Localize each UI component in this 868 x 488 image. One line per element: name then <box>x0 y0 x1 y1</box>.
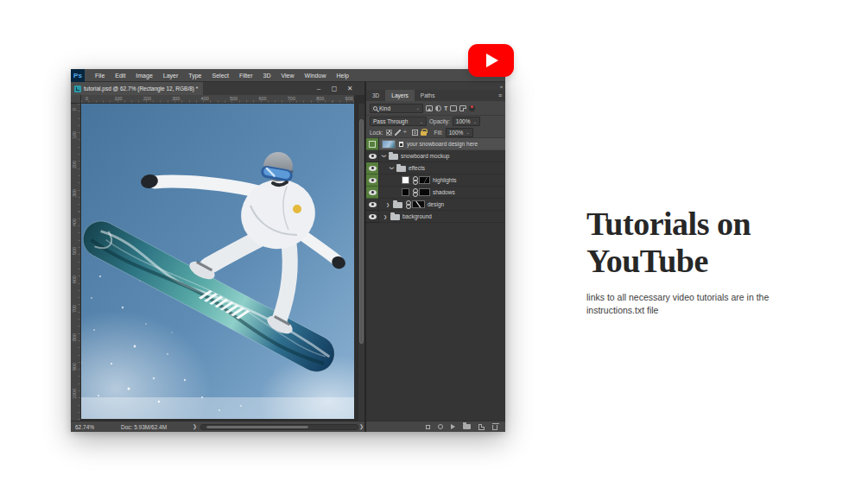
opacity-select[interactable]: 100% ⌄ <box>453 117 480 126</box>
filter-smart-objects-icon[interactable] <box>459 105 466 111</box>
layer-row[interactable]: ❯ design <box>366 199 505 211</box>
lock-pixels-icon[interactable] <box>395 130 401 136</box>
hero-title: Tutorials on YouTube <box>586 206 802 279</box>
menu-item-edit[interactable]: Edit <box>110 73 130 79</box>
layer-thumbnail[interactable] <box>382 140 396 149</box>
add-layer-mask-icon[interactable] <box>438 424 443 429</box>
menu-item-filter[interactable]: Filter <box>234 73 258 79</box>
status-expander-icon[interactable]: ❯ <box>193 423 197 429</box>
horizontal-scrollbar-thumb[interactable] <box>206 426 308 428</box>
menu-item-layer[interactable]: Layer <box>158 73 184 79</box>
ruler-corner <box>71 95 81 104</box>
menu-item-3d[interactable]: 3D <box>258 73 276 79</box>
filter-kind-select[interactable]: Kind ⌄ <box>370 104 423 113</box>
zoom-level[interactable]: 62.74% <box>75 424 94 430</box>
lock-label: Lock: <box>370 130 383 136</box>
menu-item-file[interactable]: File <box>90 73 110 79</box>
menu-item-image[interactable]: Image <box>130 73 157 79</box>
layer-row[interactable]: ❯ effects <box>366 162 505 174</box>
tab-3d[interactable]: 3D <box>366 90 385 101</box>
layer-name[interactable]: design <box>428 201 444 207</box>
close-button[interactable]: ✕ <box>344 85 356 92</box>
layer-style-icon[interactable] <box>451 424 455 429</box>
opacity-value: 100% <box>456 118 471 124</box>
new-group-icon[interactable] <box>463 424 471 429</box>
menubar: Ps FileEditImageLayerTypeSelectFilter3DV… <box>71 69 505 82</box>
document-size-info: Doc: 5.93M/62.4M <box>121 424 167 430</box>
layer-row[interactable]: highlights <box>366 174 505 187</box>
ruler-mark-500: 500 <box>72 247 77 255</box>
filter-toggle-icon[interactable] <box>469 105 475 111</box>
chevron-down-icon[interactable]: ❯ <box>382 154 387 158</box>
visibility-toggle[interactable] <box>366 150 379 162</box>
layer-row[interactable]: shadows <box>366 187 505 199</box>
blend-mode-value: Pass Through <box>373 118 408 124</box>
layer-mask-thumbnail[interactable] <box>419 188 430 196</box>
chevron-down-icon[interactable]: ❯ <box>390 166 395 170</box>
menu-item-view[interactable]: View <box>276 73 300 79</box>
menu-item-type[interactable]: Type <box>183 73 206 79</box>
menu-item-select[interactable]: Select <box>207 73 234 79</box>
vertical-scrollbar[interactable] <box>358 104 364 421</box>
fill-select[interactable]: 100% ⌄ <box>446 128 473 137</box>
filter-shape-layers-icon[interactable] <box>450 105 457 111</box>
layer-thumbnail[interactable] <box>402 176 409 184</box>
layer-filter-row: Kind ⌄ T <box>366 101 505 116</box>
visibility-toggle[interactable] <box>366 199 379 211</box>
visibility-toggle[interactable] <box>366 138 379 150</box>
youtube-logo[interactable] <box>468 44 514 77</box>
eye-icon <box>369 202 377 207</box>
ruler-mark-200: 200 <box>72 161 77 168</box>
link-layers-icon[interactable] <box>426 425 430 429</box>
visibility-toggle[interactable] <box>366 174 379 187</box>
visibility-toggle[interactable] <box>366 211 379 223</box>
maximize-button[interactable]: ◻ <box>328 85 340 92</box>
collapse-panels-icon[interactable]: » <box>500 84 502 89</box>
mask-link-icon[interactable] <box>405 200 409 208</box>
mask-link-icon[interactable] <box>412 176 416 184</box>
lock-transparency-icon[interactable] <box>386 130 392 136</box>
mask-link-icon[interactable] <box>412 188 416 196</box>
minimize-button[interactable]: – <box>313 85 325 92</box>
filter-pixel-layers-icon[interactable] <box>426 105 433 111</box>
horizontal-ruler: 0100200300400500600700800900 <box>81 95 354 104</box>
layer-name[interactable]: snowboard mockup <box>401 153 449 159</box>
tab-layers[interactable]: Layers <box>385 90 415 101</box>
layer-name[interactable]: shadows <box>433 189 455 195</box>
layer-thumbnail[interactable] <box>402 188 409 196</box>
layer-row[interactable]: ❯ snowboard mockup <box>366 150 505 162</box>
horizontal-scrollbar[interactable] <box>200 424 358 430</box>
document-tab[interactable]: tutorial.psd @ 62.7% (Rectangle 12, RGB/… <box>71 82 203 95</box>
chevron-right-icon[interactable]: ❯ <box>383 214 388 219</box>
layer-name[interactable]: highlights <box>433 177 456 183</box>
blend-mode-select[interactable]: Pass Through ⌄ <box>370 117 427 126</box>
layer-name[interactable]: effects <box>409 165 425 171</box>
layer-name[interactable]: background <box>402 213 432 219</box>
new-layer-icon[interactable] <box>478 424 485 430</box>
menu-item-window[interactable]: Window <box>300 73 332 79</box>
visibility-toggle[interactable] <box>366 187 379 199</box>
status-bar: 62.74% Doc: 5.93M/62.4M ❯ ❯ <box>71 421 364 432</box>
youtube-play-icon <box>486 54 498 67</box>
layer-mask-thumbnail[interactable] <box>412 200 425 208</box>
visibility-toggle[interactable] <box>366 162 379 174</box>
layer-mask-thumbnail[interactable] <box>419 176 430 184</box>
layer-name[interactable]: your snowboard design here <box>407 141 478 147</box>
scroll-right-icon[interactable]: ❯ <box>359 423 364 429</box>
viewport: 0100200300400500600700800900 01002003004… <box>71 95 364 421</box>
chevron-right-icon[interactable]: ❯ <box>386 202 390 207</box>
lock-all-icon[interactable] <box>421 129 427 136</box>
tab-paths[interactable]: Paths <box>415 90 441 101</box>
panel-menu-icon[interactable]: ≡ <box>498 90 505 101</box>
menu-item-help[interactable]: Help <box>331 73 353 79</box>
lock-position-icon[interactable] <box>403 130 409 136</box>
canvas[interactable] <box>81 104 354 419</box>
filter-adjustment-layers-icon[interactable] <box>435 105 441 111</box>
layer-row[interactable]: your snowboard design here <box>366 138 505 150</box>
layer-row[interactable]: ❯ background <box>366 211 505 223</box>
filter-type-layers-icon[interactable]: T <box>444 105 447 111</box>
vertical-scrollbar-thumb[interactable] <box>359 119 364 344</box>
lock-artboard-icon[interactable] <box>412 130 418 136</box>
ruler-mark-900: 900 <box>345 96 353 101</box>
delete-layer-icon[interactable] <box>492 425 497 430</box>
